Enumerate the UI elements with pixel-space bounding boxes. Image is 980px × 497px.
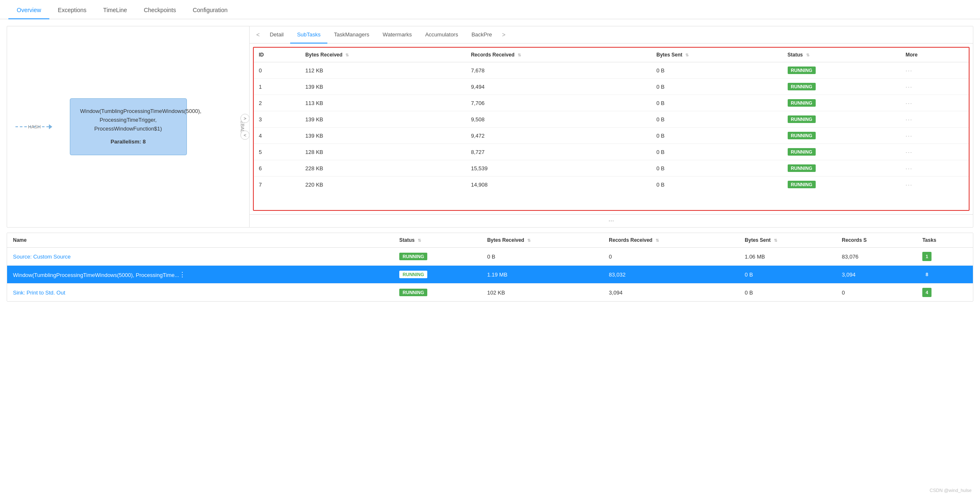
subtasks-table-row[interactable]: 1 139 KB 9,494 0 B RUNNING ··· (254, 79, 969, 95)
bottom-table-row[interactable]: Window(TumblingProcessingTimeWindows(500… (7, 266, 973, 284)
tab-configuration[interactable]: Configuration (184, 0, 236, 19)
cell-more[interactable]: ··· (901, 128, 969, 144)
more-dots[interactable]: ··· (906, 100, 913, 106)
cell-records-received: 9,472 (466, 128, 651, 144)
hash-label: HASH (28, 124, 41, 129)
cell-bottom-records-sent: 3,094 (836, 266, 917, 284)
cell-more[interactable]: ··· (901, 95, 969, 111)
expand-panel-top-btn[interactable]: > (240, 114, 250, 123)
tab-checkpoints[interactable]: Checkpoints (135, 0, 184, 19)
cell-bottom-status: RUNNING (393, 266, 481, 284)
cell-more[interactable]: ··· (901, 79, 969, 95)
more-dots[interactable]: ··· (906, 165, 913, 172)
more-dots[interactable]: ··· (906, 84, 913, 90)
subtasks-tab-watermarks[interactable]: Watermarks (376, 26, 419, 44)
cell-more[interactable]: ··· (901, 111, 969, 128)
expand-dots[interactable]: ··· (250, 214, 973, 227)
cell-status: RUNNING (783, 111, 901, 128)
task-count-badge: 1 (922, 252, 932, 261)
graph-node: Window(TumblingProcessingTimeWindows(500… (70, 98, 187, 155)
subtasks-table-row[interactable]: 7 220 KB 14,908 0 B RUNNING ··· (254, 177, 969, 193)
cell-status: RUNNING (783, 177, 901, 193)
cell-records-received: 7,678 (466, 62, 651, 79)
cell-bytes-received: 113 KB (300, 95, 466, 111)
cell-records-received: 9,508 (466, 111, 651, 128)
watermark: CSDN @wind_hulse (930, 488, 972, 493)
tab-exceptions[interactable]: Exceptions (49, 0, 94, 19)
bottom-col-bytes-sent[interactable]: Bytes Sent ⇅ (739, 233, 836, 248)
cell-records-received: 8,727 (466, 144, 651, 160)
running-badge: RUNNING (788, 181, 816, 188)
row-options[interactable]: ⋮ (179, 271, 186, 278)
subtasks-tab-accumulators[interactable]: Accumulators (419, 26, 465, 44)
bottom-col-tasks: Tasks (916, 233, 973, 248)
subtasks-tab-subtasks[interactable]: SubTasks (290, 26, 327, 44)
cell-bytes-received: 220 KB (300, 177, 466, 193)
col-header-bytes-received[interactable]: Bytes Received ⇅ (300, 48, 466, 62)
cell-bytes-received: 139 KB (300, 111, 466, 128)
cell-bottom-bytes-received: 1.19 MB (481, 266, 603, 284)
job-name-link[interactable]: Sink: Print to Std. Out (13, 289, 65, 296)
bottom-col-bytes-received[interactable]: Bytes Received ⇅ (481, 233, 603, 248)
subtasks-table-row[interactable]: 4 139 KB 9,472 0 B RUNNING ··· (254, 128, 969, 144)
sort-icon-records-received: ⇅ (518, 53, 521, 57)
cell-bytes-received: 228 KB (300, 160, 466, 177)
sort-icon-status: ⇅ (806, 53, 809, 57)
tab-overview[interactable]: Overview (8, 0, 49, 19)
more-dots[interactable]: ··· (906, 133, 913, 139)
more-dots[interactable]: ··· (906, 67, 913, 74)
bottom-col-status[interactable]: Status ⇅ (393, 233, 481, 248)
cell-more[interactable]: ··· (901, 144, 969, 160)
cell-id: 0 (254, 62, 300, 79)
cell-bottom-records-received: 3,094 (603, 284, 739, 302)
subtasks-table-row[interactable]: 0 112 KB 7,678 0 B RUNNING ··· (254, 62, 969, 79)
cell-bottom-bytes-sent: 0 B (739, 284, 836, 302)
cell-bottom-bytes-received: 102 KB (481, 284, 603, 302)
subtasks-tab-detail[interactable]: Detail (263, 26, 290, 44)
subtasks-table-row[interactable]: 3 139 KB 9,508 0 B RUNNING ··· (254, 111, 969, 128)
subtasks-tab-backpre[interactable]: BackPre (465, 26, 499, 44)
task-count-badge: 4 (922, 288, 932, 297)
cell-id: 7 (254, 177, 300, 193)
job-name-text: Window(TumblingProcessingTimeWindows(500… (13, 272, 179, 278)
cell-id: 3 (254, 111, 300, 128)
col-header-id: ID (254, 48, 300, 62)
bottom-col-records-received[interactable]: Records Received ⇅ (603, 233, 739, 248)
cell-bottom-status: RUNNING (393, 248, 481, 266)
running-badge: RUNNING (788, 115, 816, 123)
cell-bottom-records-sent: 0 (836, 284, 917, 302)
cell-bytes-received: 112 KB (300, 62, 466, 79)
expand-panel-bottom-btn[interactable]: < (240, 131, 250, 140)
tab-timeline[interactable]: TimeLine (95, 0, 135, 19)
bottom-table-row[interactable]: Sink: Print to Std. Out RUNNING 102 KB 3… (7, 284, 973, 302)
subtasks-table-row[interactable]: 5 128 KB 8,727 0 B RUNNING ··· (254, 144, 969, 160)
cell-bottom-tasks: 8 (916, 266, 973, 284)
cell-records-received: 14,908 (466, 177, 651, 193)
col-header-bytes-sent[interactable]: Bytes Sent ⇅ (651, 48, 783, 62)
cell-more[interactable]: ··· (901, 177, 969, 193)
subtasks-table: ID Bytes Received ⇅ Records Received ⇅ B… (254, 48, 969, 192)
cell-bottom-records-sent: 83,076 (836, 248, 917, 266)
job-name-link[interactable]: Source: Custom Source (13, 254, 71, 260)
col-header-status[interactable]: Status ⇅ (783, 48, 901, 62)
upper-section: HASH Window(TumblingProcessingTimeWindow… (7, 26, 973, 228)
bottom-table-row[interactable]: Source: Custom Source RUNNING 0 B 0 1.06… (7, 248, 973, 266)
more-dots[interactable]: ··· (906, 182, 913, 188)
subtasks-table-row[interactable]: 6 228 KB 15,539 0 B RUNNING ··· (254, 160, 969, 177)
running-badge: RUNNING (788, 164, 816, 172)
cell-bottom-bytes-sent: 0 B (739, 266, 836, 284)
cell-more[interactable]: ··· (901, 62, 969, 79)
subtasks-table-row[interactable]: 2 113 KB 7,706 0 B RUNNING ··· (254, 95, 969, 111)
more-dots[interactable]: ··· (906, 149, 913, 155)
col-header-records-received[interactable]: Records Received ⇅ (466, 48, 651, 62)
more-dots[interactable]: ··· (906, 116, 913, 123)
subtasks-tab-taskmanagers[interactable]: TaskManagers (327, 26, 376, 44)
bottom-table: Name Status ⇅ Bytes Received ⇅ Records R… (7, 233, 973, 301)
cell-records-received: 15,539 (466, 160, 651, 177)
subtasks-next-arrow[interactable]: > (499, 26, 509, 43)
cell-bottom-bytes-sent: 1.06 MB (739, 248, 836, 266)
cell-more[interactable]: ··· (901, 160, 969, 177)
cell-status: RUNNING (783, 160, 901, 177)
subtasks-prev-arrow[interactable]: < (253, 26, 263, 43)
cell-status: RUNNING (783, 95, 901, 111)
